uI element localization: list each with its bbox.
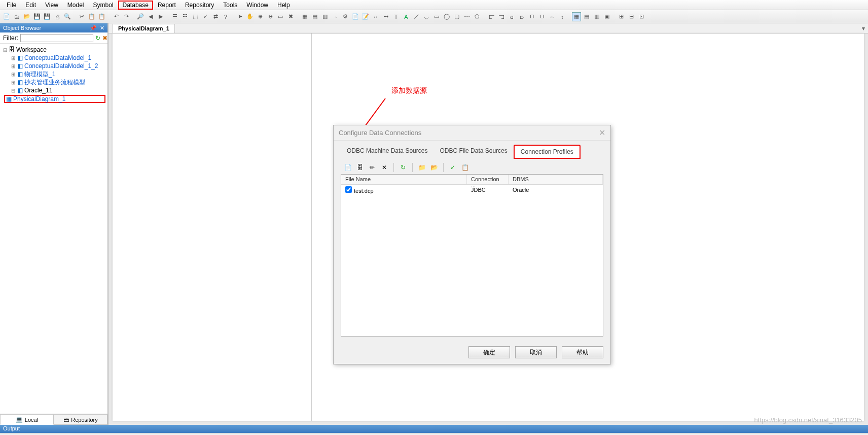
tb-disp1-icon[interactable]: ▦ (572, 12, 581, 21)
doc-tab-physical-diagram[interactable]: PhysicalDiagram_1 (113, 24, 175, 33)
tb-win1-icon[interactable]: ⊞ (617, 12, 626, 21)
tb-arc-icon[interactable]: ◡ (422, 12, 431, 21)
tb-preview-icon[interactable]: 🔍 (63, 12, 72, 21)
tb-dist2-icon[interactable]: ↕ (558, 12, 567, 21)
tb-text-icon[interactable]: A (402, 12, 411, 21)
tb-title-icon[interactable]: T (391, 12, 401, 21)
tb-list-icon[interactable]: ☷ (180, 12, 190, 21)
tb-cut-icon[interactable]: ✂ (77, 12, 86, 21)
tb-align4-icon[interactable]: ⫐ (517, 12, 526, 21)
dlg-tb-delete-icon[interactable]: ✕ (379, 162, 389, 173)
tb-paste-icon[interactable]: 📋 (97, 12, 106, 21)
tb-redo-icon[interactable]: ↷ (122, 12, 131, 21)
tb-impact-icon[interactable]: ⇄ (211, 12, 220, 21)
tree-item[interactable]: ⊞◧ ConceptualDataModel_1_2 (2, 62, 107, 70)
tb-align3-icon[interactable]: ⫏ (507, 12, 516, 21)
tb-proc-icon[interactable]: ⚙ (341, 12, 350, 21)
menu-window[interactable]: Window (242, 1, 273, 10)
tb-win2-icon[interactable]: ⊟ (627, 12, 636, 21)
tab-odbc-file[interactable]: ODBC File Data Sources (433, 145, 513, 159)
menu-model[interactable]: Model (63, 1, 89, 10)
tab-connection-profiles[interactable]: Connection Profiles (514, 145, 581, 159)
tb-disp2-icon[interactable]: ▤ (582, 12, 591, 21)
tb-file-icon[interactable]: 📄 (351, 12, 360, 21)
filter-clear-icon[interactable]: ✖ (102, 35, 107, 42)
tb-print-icon[interactable]: 🖨 (53, 12, 62, 21)
tb-align5-icon[interactable]: ⊓ (527, 12, 536, 21)
dialog-close-icon[interactable]: ✕ (599, 128, 605, 138)
tb-package-icon[interactable]: ▦ (300, 12, 309, 21)
tb-note-icon[interactable]: 📝 (361, 12, 370, 21)
tb-win3-icon[interactable]: ⊡ (637, 12, 646, 21)
filter-apply-icon[interactable]: ↻ (95, 35, 100, 42)
dlg-tb-folder-icon[interactable]: 📁 (417, 162, 427, 173)
tb-hand-icon[interactable]: ✋ (245, 12, 255, 21)
object-tree[interactable]: ⊟🗄 Workspace ⊞◧ ConceptualDataModel_1 ⊞◧… (0, 44, 107, 414)
tb-ref-icon[interactable]: → (331, 12, 340, 21)
tb-align2-icon[interactable]: ⫎ (497, 12, 506, 21)
doc-dropdown-icon[interactable]: ▾ (859, 24, 868, 33)
dlg-tb-edit-icon[interactable]: ✏ (367, 162, 377, 173)
help-button[interactable]: 帮助 (562, 346, 603, 358)
dlg-tb-add-icon[interactable]: 🗄 (355, 162, 365, 173)
tb-select-icon[interactable]: ▭ (276, 12, 285, 21)
tb-new-icon[interactable]: 📄 (2, 12, 11, 21)
tb-view-icon[interactable]: ▥ (320, 12, 330, 21)
tab-repository[interactable]: 🗃 Repository (54, 414, 107, 425)
menu-file[interactable]: File (2, 1, 21, 10)
dialog-titlebar[interactable]: Configure Data Connections ✕ (334, 125, 610, 141)
tb-disp3-icon[interactable]: ▥ (592, 12, 601, 21)
tb-pointer-icon[interactable]: ➤ (235, 12, 244, 21)
col-file-name[interactable]: File Name (341, 175, 467, 184)
tb-align1-icon[interactable]: ⫍ (487, 12, 496, 21)
tab-odbc-machine[interactable]: ODBC Machine Data Sources (341, 145, 433, 159)
col-connection[interactable]: Connection ... (467, 175, 509, 184)
tb-table-icon[interactable]: ▤ (310, 12, 319, 21)
tree-item[interactable]: ⊞◧ 物理模型_1 (2, 70, 107, 78)
tb-check-icon[interactable]: ✓ (201, 12, 210, 21)
dlg-tb-refresh-icon[interactable]: ↻ (398, 162, 408, 173)
tree-physical-diagram[interactable]: ▦ PhysicalDiagram_1 (4, 95, 105, 103)
tb-zoomin-icon[interactable]: ⊕ (256, 12, 265, 21)
tb-line-icon[interactable]: ／ (412, 12, 421, 21)
tb-nav-back-icon[interactable]: ◀ (146, 12, 155, 21)
tb-rect-icon[interactable]: ▭ (432, 12, 441, 21)
tb-nav-fwd-icon[interactable]: ▶ (156, 12, 165, 21)
tb-dist1-icon[interactable]: ↔ (548, 12, 557, 21)
menu-symbol[interactable]: Symbol (89, 1, 118, 10)
ok-button[interactable]: 确定 (468, 346, 510, 358)
tb-zoomout-icon[interactable]: ⊖ (266, 12, 275, 21)
dlg-tb-folder-add-icon[interactable]: 📂 (429, 162, 439, 173)
tb-open-icon[interactable]: 📂 (22, 12, 31, 21)
row-checkbox[interactable] (345, 186, 352, 193)
cancel-button[interactable]: 取消 (515, 346, 557, 358)
tb-save-icon[interactable]: 💾 (32, 12, 42, 21)
close-panel-icon[interactable]: ✕ (100, 25, 104, 31)
tb-disp4-icon[interactable]: ▣ (602, 12, 611, 21)
tree-item[interactable]: ⊞◧ ConceptualDataModel_1 (2, 54, 107, 62)
menu-tools[interactable]: Tools (219, 1, 242, 10)
tb-dep-icon[interactable]: ⇢ (381, 12, 390, 21)
tree-item[interactable]: ⊞◧ 抄表管理业务流程模型 (2, 78, 107, 86)
tree-workspace[interactable]: ⊟🗄 Workspace (2, 46, 107, 54)
menu-report[interactable]: Report (153, 1, 180, 10)
col-dbms[interactable]: DBMS (509, 175, 603, 184)
tb-saveall-icon[interactable]: 💾 (43, 12, 52, 21)
tb-undo-icon[interactable]: ↶ (112, 12, 121, 21)
tb-ellipse-icon[interactable]: ◯ (442, 12, 451, 21)
tb-rrect-icon[interactable]: ▢ (452, 12, 461, 21)
tb-align6-icon[interactable]: ⊔ (537, 12, 547, 21)
tb-help-icon[interactable]: ? (221, 12, 230, 21)
tb-copy-icon[interactable]: 📋 (87, 12, 96, 21)
tb-find-icon[interactable]: 🔎 (136, 12, 145, 21)
menu-edit[interactable]: Edit (21, 1, 41, 10)
menu-repository[interactable]: Repository (180, 1, 219, 10)
menu-help[interactable]: Help (273, 1, 295, 10)
tb-poly-icon[interactable]: 〰 (462, 12, 472, 21)
dlg-tb-check-icon[interactable]: ✓ (448, 162, 458, 173)
list-row[interactable]: test.dcp JDBC Oracle (341, 185, 603, 195)
menu-database[interactable]: Database (118, 1, 153, 10)
tb-prop-icon[interactable]: ☰ (170, 12, 179, 21)
tb-link-icon[interactable]: ↔ (371, 12, 380, 21)
filter-input[interactable] (20, 34, 93, 42)
